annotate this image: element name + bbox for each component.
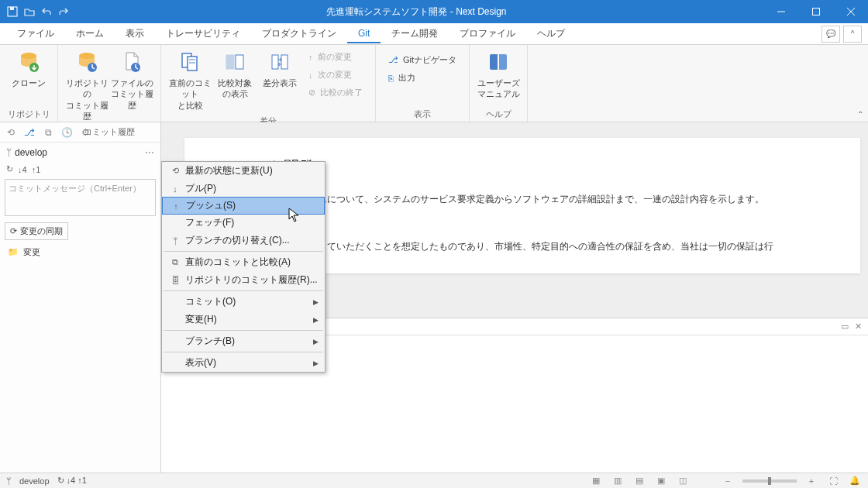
save-icon[interactable] [6,5,19,18]
svg-rect-13 [226,55,234,69]
submenu-arrow-icon: ▶ [313,298,319,306]
tab-help[interactable]: ヘルプ [526,24,576,43]
next-change-button[interactable]: ↓次の変更 [305,67,366,82]
histdb-icon: 🗄 [168,276,182,285]
redo-icon[interactable] [57,5,70,18]
close-button[interactable] [833,0,868,23]
tab-git[interactable]: Git [347,25,381,43]
layout3-icon[interactable]: ▤ [632,476,646,486]
repo-history-button[interactable]: リポジトリの コミット履歴 [64,48,109,122]
sync-status[interactable]: ↻ ↓4 ↑1 [57,476,87,486]
window-title: 先進運転システムソフト開発 - Next Design [70,5,763,19]
layout2-icon[interactable]: ▥ [611,476,625,486]
menu-item[interactable]: ↑プッシュ(S) [162,197,325,215]
fit-icon[interactable]: ⛶ [826,476,840,486]
submenu-arrow-icon: ▶ [313,338,319,345]
minimize-button[interactable] [763,0,798,23]
layout4-icon[interactable]: ▣ [654,476,668,486]
book-icon [486,50,511,74]
tab-file[interactable]: ファイル [6,24,65,43]
branch-blue-icon: ⎇ [388,55,398,65]
branch-status-label[interactable]: develop [19,476,50,486]
file-history-icon [119,50,144,74]
changes-tree-node[interactable]: 📁 変更 [0,243,160,261]
current-branch[interactable]: ᛘ develop ⋯ [0,143,160,163]
compare-doc-icon [177,50,202,74]
more-icon[interactable]: ⋯ [145,147,154,158]
commit-message-input[interactable]: コミットメッセージ（Ctrl+Enter） [5,179,156,216]
titlebar: 先進運転システムソフト開発 - Next Design [0,0,868,23]
sync-stats: ↻ ↓4 ↑1 [0,163,160,176]
menu-item[interactable]: ⧉直前のコミットと比較(A) [162,253,325,271]
ribbon: クローン リポジトリ リポジトリの コミット履歴 ファイルの コミット履歴 コミ… [0,45,868,122]
tab-view[interactable]: 表示 [115,24,155,43]
chat-button[interactable]: 💬 [822,26,840,43]
sync-icon: ↻ [6,164,13,174]
menu-item[interactable]: ブランチ(B)▶ [162,332,325,350]
arrow-up-icon: ↑ [308,53,313,62]
compare-icon: ⧉ [168,257,182,267]
svg-rect-10 [188,57,197,70]
statusbar: ᛘ develop ↻ ↓4 ↑1 ▦ ▥ ▤ ▣ ◫ − + ⛶ 🔔 [0,473,868,488]
compare-prev-commit-button[interactable]: 直前のコミット と比較 [167,48,212,111]
end-compare-button[interactable]: ⊘比較の終了 [305,85,366,100]
zoom-in-icon[interactable]: + [804,476,818,486]
bell-icon[interactable]: 🔔 [848,476,862,486]
layout1-icon[interactable]: ▦ [589,476,603,486]
svg-rect-1 [10,7,14,10]
compare-target-button[interactable]: 比較対象 の表示 [212,48,257,100]
menu-item[interactable]: コミット(O)▶ [162,293,325,311]
collapse-ribbon-button[interactable]: ^ [843,26,862,43]
manual-button[interactable]: ユーザーズ マニュアル [476,48,521,100]
zoom-slider[interactable] [742,479,797,483]
compare-split-icon [222,50,247,74]
branch-icon[interactable]: ⎇ [23,126,36,139]
clone-button[interactable]: クローン [6,48,51,88]
menu-item[interactable]: ᛘブランチの切り替え(C)... [162,232,325,249]
git-navigator-panel: ⟲ ⎇ ⧉ 🕓 ⚙ ᛘ develop ⋯ ↻ ↓4 ↑1 コミットメッセージ（… [0,122,161,473]
tab-productline[interactable]: プロダクトライン [251,24,347,43]
menubar: ファイル ホーム 表示 トレーサビリティ プロダクトライン Git チーム開発 … [0,23,868,45]
tab-traceability[interactable]: トレーサビリティ [155,24,251,43]
compare-icon[interactable]: ⧉ [42,126,54,139]
output-button[interactable]: ⎘出力 [385,70,460,85]
stop-icon: ⊘ [308,88,315,98]
svg-rect-14 [236,55,243,69]
sync-icon: ⟳ [10,226,17,236]
maximize-button[interactable] [798,0,833,23]
prev-change-button[interactable]: ↑前の変更 [305,50,366,64]
menu-item[interactable]: 変更(H)▶ [162,311,325,328]
svg-rect-15 [272,55,278,69]
folder-icon: 📁 [8,247,19,257]
refresh-icon[interactable]: ⟲ [5,126,17,139]
zoom-out-icon[interactable]: − [721,476,735,486]
close-pane-icon[interactable]: ✕ [855,321,862,332]
sync-changes-button[interactable]: ⟳ 変更の同期 [5,222,68,240]
database-history-icon [74,50,99,74]
tab-profile[interactable]: プロファイル [449,24,526,43]
arrow-down-icon: ↓ [308,70,313,80]
menu-item[interactable]: 表示(V)▶ [162,354,325,372]
restore-pane-icon[interactable]: ▭ [841,321,849,332]
menu-item[interactable]: 🗄リポジトリのコミット履歴(R)... [162,271,325,289]
tab-team[interactable]: チーム開発 [381,24,449,43]
menu-item[interactable]: ↓プル(P) [162,180,325,198]
diff-show-button[interactable]: 差分表示 [257,48,302,88]
branch-status-icon[interactable]: ᛘ [6,476,12,486]
svg-rect-16 [281,55,288,69]
undo-icon[interactable] [40,5,53,18]
git-navigator-button[interactable]: ⎇Gitナビゲータ [385,53,460,67]
tab-home[interactable]: ホーム [65,24,115,43]
diff-arrows-icon [267,50,292,74]
database-clone-icon [16,50,41,74]
open-icon[interactable] [23,5,36,18]
layout5-icon[interactable]: ◫ [676,476,690,486]
up-icon: ↑ [169,201,183,211]
output-icon: ⎘ [388,74,394,83]
ribbon-collapse-icon[interactable]: ⌃ [857,110,863,119]
branch-icon: ᛘ [168,236,182,246]
file-history-button[interactable]: ファイルの コミット履歴 [109,48,154,111]
submenu-arrow-icon: ▶ [313,359,319,367]
menu-item[interactable]: フェッチ(F) [162,214,325,232]
menu-item[interactable]: ⟲最新の状態に更新(U) [162,162,325,180]
